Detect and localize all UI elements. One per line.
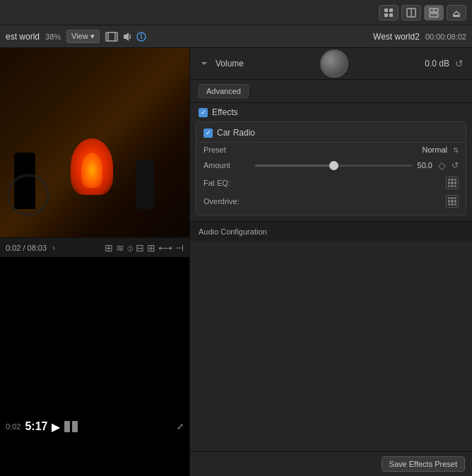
amount-keyframe-icon[interactable]: ◇: [438, 160, 446, 171]
effects-section-label: Effects: [212, 107, 237, 117]
pause-bar-1: [64, 421, 70, 432]
oc6: [454, 200, 456, 202]
info-icon[interactable]: [136, 32, 146, 42]
play-button[interactable]: ▶: [52, 420, 60, 434]
clip-settings-icon[interactable]: ⊞: [147, 242, 155, 254]
car-radio-header: Car Radio: [196, 126, 466, 143]
audio-config-label[interactable]: Audio Configuration: [190, 222, 472, 242]
gc2: [451, 179, 453, 181]
effects-header: Effects: [190, 103, 472, 121]
timeline-view-button[interactable]: [424, 5, 444, 20]
preset-row: Preset Normal ⇅: [196, 143, 466, 157]
split-clip-icon[interactable]: ⊟: [136, 242, 144, 254]
pause-bar-2: [72, 421, 78, 432]
advanced-section: Advanced: [190, 80, 472, 103]
gc8: [451, 185, 453, 187]
svg-rect-3: [389, 13, 393, 17]
inspector-panel: Volume 0.0 dB ↺ Advanced Effects Car Rad…: [189, 48, 472, 476]
gc3: [454, 179, 456, 181]
oc4: [448, 200, 450, 202]
filmstrip-icon: [105, 32, 118, 42]
overdrive-row: Overdrive:: [196, 192, 466, 210]
gc5: [451, 182, 453, 184]
clip-tools: ⊞ ≋ ⌽ ⊟ ⊞ ⟷ ⊣: [105, 242, 184, 254]
save-preset-button[interactable]: Save Effects Preset: [382, 456, 465, 472]
oc7: [448, 203, 450, 206]
preset-stepper[interactable]: ⇅: [453, 146, 459, 154]
svg-rect-2: [384, 13, 388, 17]
fat-eq-label: Fat EQ:: [203, 179, 249, 187]
timecode-display: 5:17: [25, 420, 47, 433]
headphone-icon[interactable]: ⌽: [127, 242, 133, 254]
timecode-overlay: 0:02 5:17 ▶ ⤢: [0, 417, 189, 436]
fat-eq-grid-icon[interactable]: [446, 177, 459, 189]
volume-knob[interactable]: [320, 49, 348, 78]
amount-value: 50.0: [418, 161, 432, 169]
waveform-icon[interactable]: ≋: [116, 242, 124, 254]
clip-bar: 0:02 / 08:03 › ⊞ ≋ ⌽ ⊟ ⊞ ⟷ ⊣: [0, 237, 189, 257]
wheel-silhouette: [7, 174, 49, 216]
gc1: [448, 179, 450, 181]
preset-value: Normal: [423, 145, 447, 154]
clip-link-icon[interactable]: ⟷: [158, 242, 172, 254]
main-area: 0:02 5:17 ▶ ⤢ 0:02 / 08:03 › ⊞ ≋ ⌽ ⊟ ⊞ ⟷…: [0, 48, 472, 476]
split-view-button[interactable]: [401, 5, 421, 20]
preset-label: Preset: [203, 145, 249, 154]
video-frame: [0, 48, 189, 237]
amount-reset-icon[interactable]: ↺: [452, 160, 459, 170]
car-radio-panel: Car Radio Preset Normal ⇅ Amount 50: [196, 121, 466, 215]
expand-button[interactable]: ⤢: [177, 422, 184, 432]
oc1: [448, 197, 450, 199]
gc9: [454, 185, 456, 187]
header-timecode: 00:00:08:02: [425, 32, 466, 41]
clip-name: West world2: [373, 32, 420, 42]
volume-section: Volume 0.0 dB ↺: [190, 48, 472, 80]
amount-slider[interactable]: [255, 165, 412, 167]
figure-silhouette-2: [136, 160, 154, 209]
svg-point-15: [141, 34, 141, 35]
svg-rect-9: [453, 15, 460, 17]
effects-enable-checkbox[interactable]: [199, 108, 208, 117]
gc7: [448, 185, 450, 187]
top-toolbar: [0, 0, 472, 25]
clip-nav-arrow[interactable]: ›: [52, 243, 55, 253]
volume-reset-icon[interactable]: ↺: [455, 58, 464, 69]
gc6: [454, 182, 456, 184]
oc5: [451, 200, 453, 202]
gc4: [448, 182, 450, 184]
audio-clip-icon[interactable]: ⊞: [105, 242, 113, 254]
audio-icon: [122, 32, 132, 42]
svg-rect-0: [384, 8, 388, 12]
amount-label: Amount: [203, 161, 249, 169]
header-bar: est world 38% View ▾ West world2 00:00:0…: [0, 25, 472, 48]
tc-small-current: 0:02: [6, 422, 20, 431]
volume-chevron-icon[interactable]: [199, 58, 210, 69]
volume-knob-container: [249, 49, 419, 78]
svg-rect-1: [389, 8, 393, 12]
view-button[interactable]: View ▾: [66, 30, 100, 43]
advanced-button[interactable]: Advanced: [199, 84, 249, 98]
zoom-level: 38%: [45, 32, 61, 41]
svg-rect-7: [430, 13, 438, 17]
project-title: est world: [6, 32, 40, 42]
volume-label: Volume: [216, 59, 244, 69]
oc9: [454, 203, 456, 206]
amount-slider-fill: [255, 165, 334, 167]
amount-slider-thumb[interactable]: [329, 161, 338, 170]
effects-inspector-section: Effects Car Radio Preset Normal ⇅ Amount: [190, 103, 472, 222]
volume-value: 0.0 dB: [425, 59, 449, 69]
clip-time-range: 0:02 / 08:03: [6, 244, 47, 252]
oc2: [451, 197, 453, 199]
export-button[interactable]: [447, 5, 466, 20]
video-preview: 0:02 5:17 ▶ ⤢ 0:02 / 08:03 › ⊞ ≋ ⌽ ⊟ ⊞ ⟷…: [0, 48, 189, 476]
save-preset-bar: Save Effects Preset: [190, 451, 472, 476]
amount-row: Amount 50.0 ◇ ↺: [196, 157, 466, 174]
grid-view-button[interactable]: [379, 5, 399, 20]
overdrive-grid-icon[interactable]: [446, 195, 459, 208]
car-radio-title: Car Radio: [217, 128, 255, 138]
car-radio-enable-checkbox[interactable]: [203, 129, 213, 138]
oc8: [451, 203, 453, 206]
clip-end-icon[interactable]: ⊣: [175, 242, 184, 254]
inspector-spacer: [190, 242, 472, 451]
fat-eq-row: Fat EQ:: [196, 174, 466, 192]
